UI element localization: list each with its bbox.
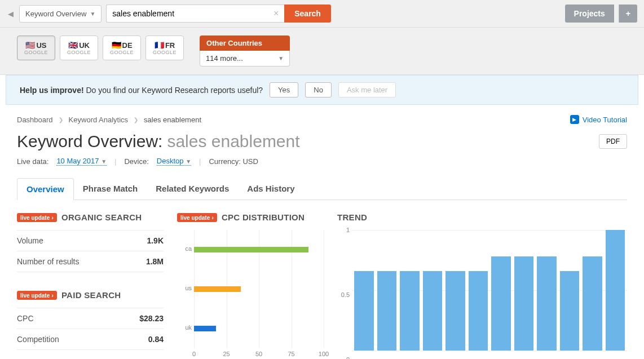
chevron-right-icon: ❯ — [134, 117, 138, 123]
flag-icon: 🇫🇷 — [155, 41, 164, 50]
flag-icon: 🇩🇪 — [112, 41, 121, 50]
live-data-label: Live data: — [17, 157, 48, 166]
trend-bar-11 — [583, 256, 602, 351]
breadcrumb: Dashboard ❯ Keyword Analytics ❯ sales en… — [17, 115, 627, 124]
trend-bar-7 — [491, 256, 511, 351]
cpc-bar-us: us — [194, 286, 241, 292]
trend-bar-10 — [560, 271, 580, 351]
chevron-down-icon: ▼ — [101, 158, 107, 165]
search-input[interactable] — [106, 5, 288, 23]
search-button[interactable]: Search — [284, 5, 331, 23]
country-card-de[interactable]: 🇩🇪DEGOOGLE — [103, 36, 141, 60]
y-tick: 0 — [337, 356, 350, 359]
cpc-distribution-chart: causuk0255075100 — [177, 230, 324, 359]
trend-bar-8 — [514, 256, 534, 351]
chevron-down-icon: ▼ — [90, 11, 95, 17]
trend-header: TREND — [337, 212, 627, 222]
page-title: Keyword Overview: sales enablement PDF — [17, 132, 627, 151]
meta-row: Live data: 10 May 2017 ▼ | Device: Deskt… — [17, 157, 627, 166]
other-countries-header: Other Countries — [200, 36, 290, 51]
chevron-right-icon: ❯ — [59, 117, 63, 123]
currency-label: Currency: USD — [209, 157, 258, 166]
cpc-distribution-header: live update CPC DISTRIBUTION — [177, 212, 324, 222]
x-tick: 0 — [192, 351, 196, 357]
live-update-badge: live update — [17, 213, 57, 222]
other-countries: Other Countries 114 more... ▼ — [200, 36, 290, 67]
video-tutorial-link[interactable]: ▶ Video Tutorial — [570, 115, 627, 124]
stat-row: CPC$28.23 — [17, 308, 164, 329]
stat-row: Number of results1.8M — [17, 251, 164, 272]
cpc-bar-uk: uk — [194, 326, 216, 331]
topbar: ◀ Keyword Overview ▼ × Search Projects + — [0, 0, 644, 28]
x-tick: 50 — [255, 351, 262, 357]
x-tick: 75 — [288, 351, 294, 357]
chevron-down-icon: ▼ — [278, 55, 284, 61]
flag-icon: 🇬🇧 — [68, 41, 78, 50]
device-picker[interactable]: Desktop ▼ — [157, 157, 191, 166]
x-tick: 25 — [223, 351, 230, 357]
trend-bar-3 — [400, 271, 420, 351]
other-countries-value: 114 more... — [206, 54, 243, 63]
breadcrumb-item[interactable]: Keyword Analytics — [69, 116, 129, 124]
feedback-later-button[interactable]: Ask me later — [338, 82, 396, 97]
live-update-badge: live update — [17, 291, 57, 300]
country-selector-row: 🇺🇸USGOOGLE🇬🇧UKGOOGLE🇩🇪DEGOOGLE🇫🇷FRGOOGLE… — [0, 28, 644, 75]
feedback-no-button[interactable]: No — [305, 82, 332, 97]
live-data-picker[interactable]: 10 May 2017 ▼ — [56, 157, 107, 166]
breadcrumb-current: sales enablement — [144, 116, 201, 124]
projects-button[interactable]: Projects — [565, 5, 614, 23]
trend-bar-1 — [354, 271, 374, 351]
tab-overview[interactable]: Overview — [17, 178, 74, 200]
cpc-bar-label: ca — [178, 245, 192, 252]
feedback-yes-button[interactable]: Yes — [270, 82, 298, 97]
export-pdf-button[interactable]: PDF — [599, 134, 627, 149]
play-icon: ▶ — [570, 115, 579, 124]
trend-bar-2 — [377, 271, 397, 351]
country-card-us[interactable]: 🇺🇸USGOOGLE — [17, 36, 55, 60]
tab-ads-history[interactable]: Ads History — [238, 178, 303, 200]
trend-bar-12 — [606, 230, 625, 351]
search-wrap: × Search — [106, 5, 331, 23]
trend-bar-6 — [469, 271, 488, 351]
trend-bar-5 — [445, 271, 465, 351]
keyword-type-dropdown[interactable]: Keyword Overview ▼ — [19, 5, 102, 23]
panels: live update ORGANIC SEARCH Volume1.9KNum… — [17, 212, 627, 359]
paid-search-header: live update PAID SEARCH — [17, 290, 164, 300]
stat-row: Volume1.9K — [17, 230, 164, 251]
trend-chart: 00.51 — [337, 230, 627, 359]
flag-icon: 🇺🇸 — [25, 41, 35, 50]
cpc-bar-label: us — [178, 285, 192, 291]
cpc-bar-ca: ca — [194, 247, 308, 252]
clear-search-icon[interactable]: × — [274, 8, 279, 19]
stat-row: Competition0.84 — [17, 329, 164, 350]
back-icon[interactable]: ◀ — [7, 7, 15, 20]
live-update-badge: live update — [177, 213, 217, 222]
y-tick: 0.5 — [337, 291, 350, 298]
y-tick: 1 — [337, 227, 350, 233]
chevron-down-icon: ▼ — [186, 158, 191, 165]
other-countries-select[interactable]: 114 more... ▼ — [200, 51, 290, 67]
add-project-button[interactable]: + — [619, 5, 637, 23]
country-card-fr[interactable]: 🇫🇷FRGOOGLE — [145, 36, 184, 60]
trend-bar-4 — [423, 271, 443, 351]
country-card-uk[interactable]: 🇬🇧UKGOOGLE — [60, 36, 98, 60]
keyword-type-label: Keyword Overview — [25, 10, 86, 18]
cpc-bar-label: uk — [178, 324, 192, 331]
main-content: Dashboard ❯ Keyword Analytics ❯ sales en… — [0, 105, 644, 359]
feedback-text: Help us improve! Do you find our Keyword… — [20, 86, 263, 95]
x-tick: 100 — [319, 351, 329, 357]
tab-phrase-match[interactable]: Phrase Match — [74, 178, 147, 200]
device-label: Device: — [124, 157, 148, 166]
organic-search-header: live update ORGANIC SEARCH — [17, 212, 164, 222]
tab-related-keywords[interactable]: Related Keywords — [147, 178, 238, 200]
trend-bar-9 — [537, 256, 557, 351]
tabs: OverviewPhrase MatchRelated KeywordsAds … — [17, 178, 627, 200]
breadcrumb-item[interactable]: Dashboard — [17, 116, 53, 124]
feedback-bar: Help us improve! Do you find our Keyword… — [6, 75, 638, 105]
